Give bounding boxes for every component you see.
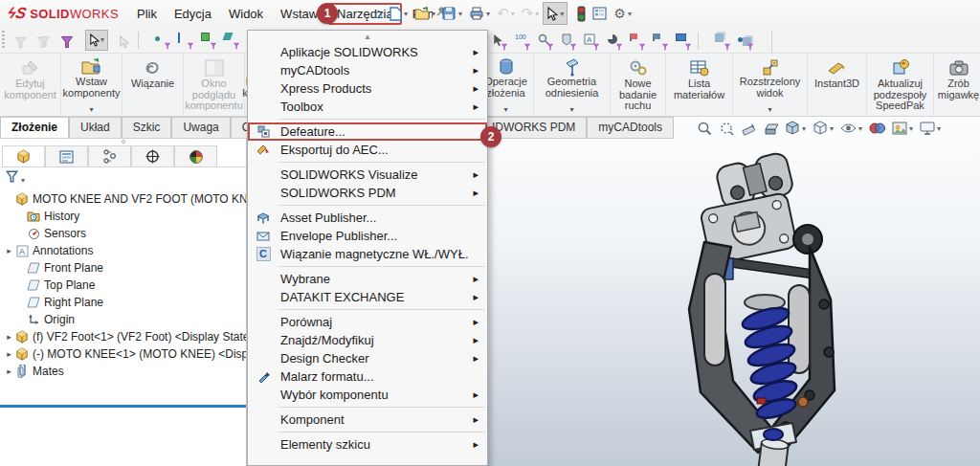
- expand-arrow-icon[interactable]: [4, 332, 14, 342]
- tree-item-annotations[interactable]: A Annotations: [4, 242, 246, 259]
- filter-plane1-icon[interactable]: [629, 33, 644, 49]
- filter-active-icon[interactable]: [60, 32, 74, 49]
- display-style-icon[interactable]: [813, 121, 834, 136]
- hide-show-items-icon[interactable]: [840, 122, 862, 134]
- menu-item-malarz-formatu[interactable]: Malarz formatu...: [248, 367, 487, 386]
- filter-dimensions-icon[interactable]: 100: [514, 33, 529, 49]
- tree-item-front-plane[interactable]: Front Plane: [15, 259, 246, 277]
- insert-components-button[interactable]: Wstaw komponenty: [61, 54, 122, 115]
- chevron-down-icon[interactable]: [503, 99, 507, 116]
- chevron-down-icon[interactable]: [569, 99, 573, 116]
- dimxpertmanager-tab[interactable]: [131, 145, 174, 166]
- print-icon[interactable]: [466, 2, 493, 25]
- filter-clear-icon[interactable]: [14, 32, 27, 49]
- filter-cube2-icon[interactable]: [737, 33, 752, 49]
- tree-item-mates[interactable]: Mates: [4, 363, 246, 380]
- configurationmanager-tab[interactable]: [88, 145, 131, 166]
- menu-item-elementy-szkicu[interactable]: Elementy szkicu: [248, 435, 487, 454]
- settings-gear-icon[interactable]: ⚙: [611, 2, 635, 25]
- tab-mycadtools[interactable]: myCADtools: [587, 117, 674, 138]
- menu-item-wybrane[interactable]: Wybrane: [248, 270, 487, 288]
- filter-funnel-icon[interactable]: [6, 169, 18, 187]
- take-snapshot-button[interactable]: Zrób migawkę: [934, 54, 980, 115]
- menu-item-eksportuj-do-aec[interactable]: Eksportuj do AEC...: [248, 141, 487, 159]
- expand-arrow-icon[interactable]: [4, 246, 14, 255]
- menu-item-porownaj[interactable]: Porównaj: [248, 313, 487, 331]
- save-icon[interactable]: [439, 2, 465, 25]
- toolbar-drag-handle[interactable]: [2, 31, 5, 50]
- tab-uwaga[interactable]: Uwaga: [171, 117, 230, 138]
- home-icon[interactable]: ⌂: [371, 2, 386, 25]
- panel-splitter-handle[interactable]: [113, 140, 134, 144]
- tree-item-moto-knee[interactable]: (-) MOTO KNEE<1> (MOTO KNEE) <Display: [4, 345, 246, 363]
- menu-item-design-checker[interactable]: Design Checker: [248, 349, 487, 367]
- filter-vertices-icon[interactable]: [154, 33, 169, 48]
- tree-item-origin[interactable]: Origin: [15, 311, 246, 328]
- filter-notes-icon[interactable]: A: [583, 33, 598, 49]
- rebuild-icon[interactable]: [574, 2, 589, 25]
- menu-item-xpress-products[interactable]: Xpress Products: [248, 79, 487, 98]
- tree-item-sensors[interactable]: Sensors: [15, 225, 246, 242]
- tree-item-history[interactable]: History: [15, 208, 246, 225]
- menu-item-solidworks-pdm[interactable]: SOLIDWORKS PDM: [248, 184, 487, 202]
- measure-icon[interactable]: [741, 121, 756, 136]
- menu-item-asset-publisher[interactable]: Asset Publisher...: [248, 209, 487, 227]
- mate-button[interactable]: Wiązanie: [122, 54, 184, 115]
- menu-item-envelope-publisher[interactable]: Envelope Publisher...: [248, 227, 487, 245]
- filter-viewport-icon[interactable]: [675, 33, 690, 49]
- tree-item-top-plane[interactable]: Top Plane: [15, 277, 246, 294]
- edit-appearance-icon[interactable]: [869, 122, 885, 135]
- tree-root-assembly[interactable]: MOTO KNEE AND VF2 FOOT (MOTO KNEE AND: [4, 190, 246, 208]
- menu-item-datakit-exchange[interactable]: DATAKIT EXCHANGE: [248, 288, 487, 306]
- displaymanager-tab[interactable]: [174, 145, 217, 166]
- zoom-fit-icon[interactable]: [697, 121, 712, 136]
- menu-plik[interactable]: Plik: [128, 3, 166, 25]
- chevron-down-icon[interactable]: [89, 99, 93, 116]
- edit-component-button[interactable]: Edytuj komponent: [0, 54, 61, 115]
- filter-points-icon[interactable]: [491, 33, 506, 49]
- menu-scroll-up-icon[interactable]: ▲: [248, 31, 487, 43]
- lasso-select-icon[interactable]: [118, 32, 130, 49]
- chevron-down-icon[interactable]: [768, 99, 771, 116]
- menu-item-solidworks-visualize[interactable]: SOLIDWORKS Visualize: [248, 166, 487, 184]
- menu-item-toolbox[interactable]: Toolbox: [248, 98, 487, 116]
- menu-item-znajdz-modyfikuj[interactable]: Znajdź/Modyfikuj: [248, 331, 487, 349]
- filter-edges-icon[interactable]: [177, 33, 192, 48]
- filter-cube1-icon[interactable]: [714, 33, 729, 49]
- open-icon[interactable]: [412, 2, 438, 25]
- featuremanager-tab[interactable]: [2, 145, 45, 166]
- component-preview-window-button[interactable]: Okno podglądu komponentu: [184, 54, 245, 115]
- bill-of-materials-button[interactable]: Lista materiałów: [666, 54, 733, 115]
- menu-widok[interactable]: Widok: [220, 3, 272, 25]
- tab-szkic[interactable]: Szkic: [122, 117, 172, 138]
- speedpak-update-button[interactable]: Aktualizuj podzespoły SpeedPak: [867, 54, 934, 115]
- menu-item-defeature[interactable]: Defeature...: [248, 122, 487, 141]
- filter-faces-icon[interactable]: [200, 33, 215, 48]
- redo-icon[interactable]: ↷: [519, 2, 543, 25]
- view-orientation-icon[interactable]: [785, 121, 806, 136]
- tree-item-vf2-foot[interactable]: (f) VF2 Foot<1> (VF2 Foot) <Display Stat…: [4, 328, 246, 345]
- menu-item-aplikacje-solidworks[interactable]: Aplikacje SOLIDWORKS: [248, 43, 487, 61]
- menu-item-wiazanie-magnetyczne[interactable]: C Wiązanie magnetyczne WŁ./WYŁ.: [248, 245, 487, 263]
- menu-item-wybor-komponentu[interactable]: Wybór komponentu: [248, 386, 487, 404]
- view-settings-icon[interactable]: [920, 122, 941, 135]
- section-view-icon[interactable]: [763, 121, 778, 136]
- menu-item-komponent[interactable]: Komponent: [248, 411, 487, 429]
- apply-scene-icon[interactable]: [892, 122, 913, 135]
- tab-uklad[interactable]: Układ: [69, 117, 122, 138]
- expand-arrow-icon[interactable]: [4, 349, 14, 359]
- instant3d-button[interactable]: Instant3D: [808, 54, 867, 115]
- new-motion-study-button[interactable]: Nowe badanie ruchu: [611, 54, 666, 115]
- filter-magnify-icon[interactable]: [537, 33, 552, 49]
- featuremanager-split-bar[interactable]: [0, 405, 246, 408]
- filter-surfaces-icon[interactable]: [223, 33, 238, 48]
- filter-stack-icon[interactable]: [36, 32, 51, 49]
- tree-item-right-plane[interactable]: Right Plane: [15, 294, 246, 311]
- filter-surface2-icon[interactable]: [560, 33, 575, 49]
- filter-section-icon[interactable]: [606, 33, 621, 49]
- filter-plane2-icon[interactable]: [652, 33, 667, 49]
- reference-geometry-button[interactable]: Geometria odniesienia: [534, 54, 611, 115]
- select-cursor-icon[interactable]: [543, 2, 568, 25]
- tab-zlozenie[interactable]: Złożenie: [0, 117, 69, 138]
- assembly-model[interactable]: [666, 151, 872, 466]
